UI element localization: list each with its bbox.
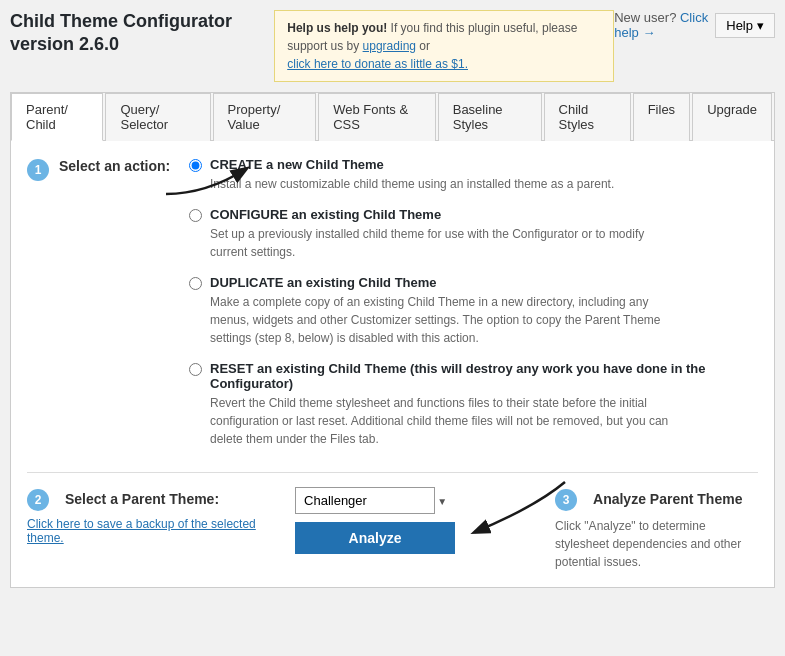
option-reset-title: RESET an existing Child Theme (this will… (210, 361, 758, 391)
section2-header: 2 Select a Parent Theme: (27, 487, 275, 511)
dropdown-arrow (465, 477, 575, 560)
new-user-text: New user? Click help → (614, 10, 709, 40)
option-reset: RESET an existing Child Theme (this will… (189, 361, 758, 448)
tab-baseline-styles[interactable]: Baseline Styles (438, 93, 542, 141)
section3-desc: Click "Analyze" to determine stylesheet … (555, 517, 758, 571)
option-create-desc: Install a new customizable child theme u… (210, 175, 614, 193)
tab-upgrade[interactable]: Upgrade (692, 93, 772, 141)
section3-header: 3 Analyze Parent Theme (555, 487, 758, 511)
option-configure: CONFIGURE an existing Child Theme Set up… (189, 207, 758, 261)
option-reset-label[interactable]: RESET an existing Child Theme (this will… (189, 361, 758, 448)
radio-configure[interactable] (189, 209, 202, 222)
section2-container: 2 Select a Parent Theme: Click here to s… (27, 487, 275, 545)
app-title: Child Theme Configurator version 2.6.0 (10, 10, 274, 57)
tabs-bar: Parent/ Child Query/ Selector Property/ … (11, 93, 774, 141)
section1-number: 1 (27, 159, 49, 181)
option-configure-title: CONFIGURE an existing Child Theme (210, 207, 670, 222)
upgrading-link[interactable]: upgrading (363, 39, 416, 53)
top-bar: Child Theme Configurator version 2.6.0 H… (10, 10, 775, 82)
tab-query-selector[interactable]: Query/ Selector (105, 93, 210, 141)
analyze-button[interactable]: Analyze (295, 522, 455, 554)
dropdown-analyze-col: Challenger Analyze (295, 487, 455, 554)
tab-parent-child[interactable]: Parent/ Child (11, 93, 103, 141)
radio-duplicate[interactable] (189, 277, 202, 290)
page-wrapper: Child Theme Configurator version 2.6.0 H… (0, 0, 785, 598)
action-arrow (166, 159, 266, 202)
option-configure-label[interactable]: CONFIGURE an existing Child Theme Set up… (189, 207, 758, 261)
option-create-label[interactable]: CREATE a new Child Theme Install a new c… (189, 157, 758, 193)
option-reset-desc: Revert the Child theme stylesheet and fu… (210, 394, 670, 448)
option-configure-desc: Set up a previously installed child them… (210, 225, 670, 261)
tab-files[interactable]: Files (633, 93, 690, 141)
section1-row: 1 Select an action: (27, 157, 758, 462)
option-create-title: CREATE a new Child Theme (210, 157, 614, 172)
tab-child-styles[interactable]: Child Styles (544, 93, 631, 141)
option-duplicate-label[interactable]: DUPLICATE an existing Child Theme Make a… (189, 275, 758, 347)
help-notice: Help us help you! If you find this plugi… (274, 10, 614, 82)
section3-container: 3 Analyze Parent Theme Click "Analyze" t… (555, 487, 758, 571)
top-right-area: New user? Click help → Help ▾ (614, 10, 775, 40)
tab-web-fonts-css[interactable]: Web Fonts & CSS (318, 93, 435, 141)
section3-title: Analyze Parent Theme (593, 491, 742, 507)
help-notice-or: or (416, 39, 430, 53)
section2-label: Select a Parent Theme: (65, 491, 219, 507)
help-button[interactable]: Help ▾ (715, 13, 775, 38)
select-wrapper: Challenger (295, 487, 455, 514)
option-duplicate-title: DUPLICATE an existing Child Theme (210, 275, 670, 290)
option-duplicate: DUPLICATE an existing Child Theme Make a… (189, 275, 758, 347)
main-content: Parent/ Child Query/ Selector Property/ … (10, 92, 775, 588)
theme-select[interactable]: Challenger (295, 487, 435, 514)
help-notice-strong: Help us help you! (287, 21, 387, 35)
section1-container: 1 Select an action: (11, 141, 774, 462)
tab-property-value[interactable]: Property/ Value (213, 93, 317, 141)
options-area: CREATE a new Child Theme Install a new c… (189, 157, 758, 462)
option-duplicate-desc: Make a complete copy of an existing Chil… (210, 293, 670, 347)
donate-link[interactable]: click here to donate as little as $1. (287, 57, 468, 71)
section2-number: 2 (27, 489, 49, 511)
option-create: CREATE a new Child Theme Install a new c… (189, 157, 758, 193)
bottom-sections: 2 Select a Parent Theme: Click here to s… (11, 473, 774, 587)
radio-reset[interactable] (189, 363, 202, 376)
backup-link[interactable]: Click here to save a backup of the selec… (27, 517, 275, 545)
